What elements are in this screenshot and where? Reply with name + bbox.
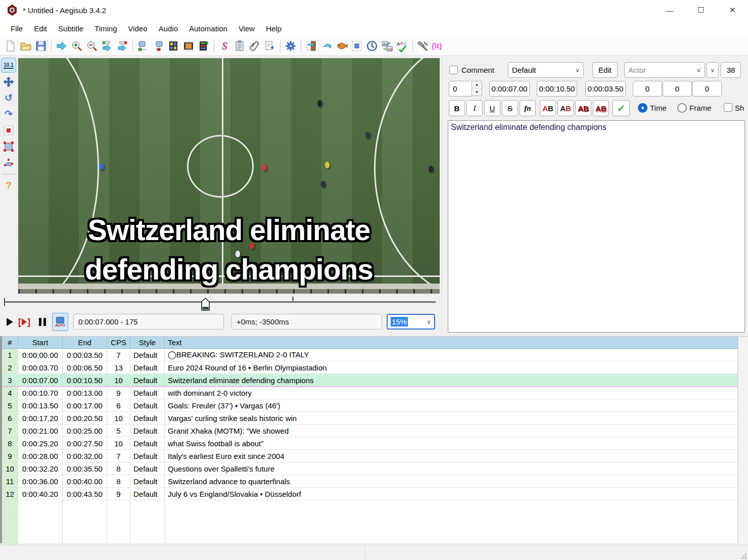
close-button[interactable]: ✕ [717,0,748,20]
font-face-button[interactable]: fn [520,100,536,116]
subtitle-row[interactable]: 70:00:21.000:00:25.005DefaultGranit Xhak… [2,425,738,437]
grid-scrollbar[interactable] [738,337,748,543]
cell-end[interactable]: 0:00:20.50 [63,412,107,425]
cell-text[interactable]: Questions over Spalletti's future [165,462,738,475]
translation-assistant-icon[interactable] [304,38,319,54]
save-file-icon[interactable] [33,38,49,54]
menu-audio[interactable]: Audio [153,22,183,35]
minimize-button[interactable]: — [654,0,685,20]
cell-num[interactable]: 5 [2,399,18,412]
primary-color-button[interactable]: AB [540,100,556,116]
cell-start[interactable]: 0:00:03.70 [18,361,63,374]
spell-checker-icon[interactable]: ABC [395,38,410,54]
video-zoom-dropdown[interactable]: 15% ∨ [387,314,435,330]
margin-vertical-input[interactable]: 0 [692,81,722,97]
grid-header-style[interactable]: Style [130,337,165,349]
cell-num[interactable]: 9 [2,450,18,462]
cell-end[interactable]: 0:00:32.00 [63,450,107,462]
video-seek-bar[interactable] [4,301,436,303]
subtitle-row[interactable]: 20:00:03.700:00:06.5013DefaultEuro 2024 … [2,361,738,374]
underline-button[interactable]: U [484,100,500,116]
cell-num[interactable]: 12 [2,488,18,500]
timecodes-icon[interactable] [196,38,211,54]
snap-start-to-video-icon[interactable] [135,38,151,54]
cell-num[interactable]: 2 [2,361,18,374]
cell-style[interactable]: Default [130,412,165,425]
fonts-collector-icon[interactable] [262,38,277,54]
cell-cps[interactable]: 6 [107,399,130,412]
cell-style[interactable]: Default [130,387,165,399]
cell-end[interactable]: 0:00:03.50 [63,349,107,361]
cell-end[interactable]: 0:00:25.00 [63,425,107,437]
help-icon[interactable]: ? [2,178,16,193]
cell-style[interactable]: Default [130,399,165,412]
resize-grip-icon[interactable] [740,552,747,559]
automation-icon[interactable] [283,38,298,54]
subtitle-row[interactable]: 90:00:28.000:00:32.007DefaultItaly's ear… [2,450,738,462]
cell-start[interactable]: 0:00:07.00 [18,374,63,387]
grid-header-cps[interactable]: CPS [107,337,130,349]
shadow-color-button[interactable]: AB [593,100,609,116]
menu-file[interactable]: File [5,22,28,35]
grid-header-num[interactable]: # [2,337,18,349]
cell-style[interactable]: Default [130,349,165,361]
kanji-timer-icon[interactable] [334,38,349,54]
cell-start[interactable]: 0:00:40.20 [18,488,63,500]
cell-cps[interactable]: 10 [107,374,130,387]
cell-style[interactable]: Default [130,437,165,450]
auto-scroll-toggle[interactable]: AUTO [52,313,68,331]
cell-cps[interactable]: 13 [107,361,130,374]
effect-dropdown[interactable]: ∨ [707,62,719,78]
cell-start[interactable]: 0:00:28.00 [18,450,63,462]
cell-cps[interactable]: 7 [107,349,130,361]
cell-cps[interactable]: 10 [107,412,130,425]
jump-video-start-icon[interactable] [100,38,115,54]
margin-right-input[interactable]: 0 [663,81,692,97]
secondary-color-button[interactable]: AB [557,100,574,116]
grid-header-start[interactable]: Start [18,337,63,349]
attachments-icon[interactable] [247,38,262,54]
cell-end[interactable]: 0:00:43.50 [63,488,107,500]
subtitle-row[interactable]: 60:00:17.200:00:20.5010DefaultVargas' cu… [2,412,738,425]
rotate-xy-tool-icon[interactable]: ↷ [2,107,16,121]
cell-text[interactable]: what Swiss football is about" [165,437,738,450]
cell-text[interactable]: Switzerland eliminate defending champion… [165,374,738,387]
show-original-checkbox[interactable] [724,103,732,112]
standard-tool-icon[interactable]: 10.1 [1,58,16,73]
cell-start[interactable]: 0:00:00.00 [18,349,63,361]
panel-splitter[interactable] [442,57,442,335]
subtitle-row[interactable]: 100:00:32.200:00:35.508DefaultQuestions … [2,462,738,475]
cell-num[interactable]: 7 [2,425,18,437]
cell-end[interactable]: 0:00:17.00 [63,399,107,412]
grid-header-end[interactable]: End [63,337,107,349]
cell-end[interactable]: 0:00:10.50 [63,374,107,387]
cell-style[interactable]: Default [130,361,165,374]
menu-help[interactable]: Help [260,22,287,35]
cell-end[interactable]: 0:00:40.00 [63,475,107,488]
cell-text[interactable]: Euro 2024 Round of 16 • Berlin Olympiast… [165,361,738,374]
menu-edit[interactable]: Edit [28,22,53,35]
zoom-out-icon[interactable] [84,38,100,54]
options-icon[interactable] [415,38,431,54]
properties-icon[interactable] [232,38,247,54]
edit-style-button[interactable]: Edit [592,62,618,78]
start-time-input[interactable]: 0:00:07.00 [489,81,530,97]
bold-button[interactable]: B [449,100,465,116]
override-tags-icon[interactable]: {\t} [431,38,446,54]
menu-view[interactable]: View [233,22,260,35]
margin-left-input[interactable]: 0 [633,81,662,97]
select-lines-icon[interactable] [349,38,364,54]
cell-text[interactable]: ◯BREAKING: SWITZERLAND 2-0 ITALY [165,349,738,361]
menu-automation[interactable]: Automation [183,22,233,35]
cell-start[interactable]: 0:00:13.50 [18,399,63,412]
vector-clip-tool-icon[interactable] [2,156,16,170]
cell-style[interactable]: Default [130,425,165,437]
cell-cps[interactable]: 8 [107,462,130,475]
outline-color-button[interactable]: AB [575,100,591,116]
cell-text[interactable]: Granit Xhaka (MOTM): "We showed [165,425,738,437]
open-file-icon[interactable] [18,38,33,54]
cell-text[interactable]: Switzerland advance to quarterfinals [165,475,738,488]
strikeout-button[interactable]: S [502,100,518,116]
layer-stepper[interactable]: ▲▼ [472,81,482,96]
subtitle-row[interactable]: 40:00:10.700:00:13.009Defaultwith domina… [2,387,738,399]
